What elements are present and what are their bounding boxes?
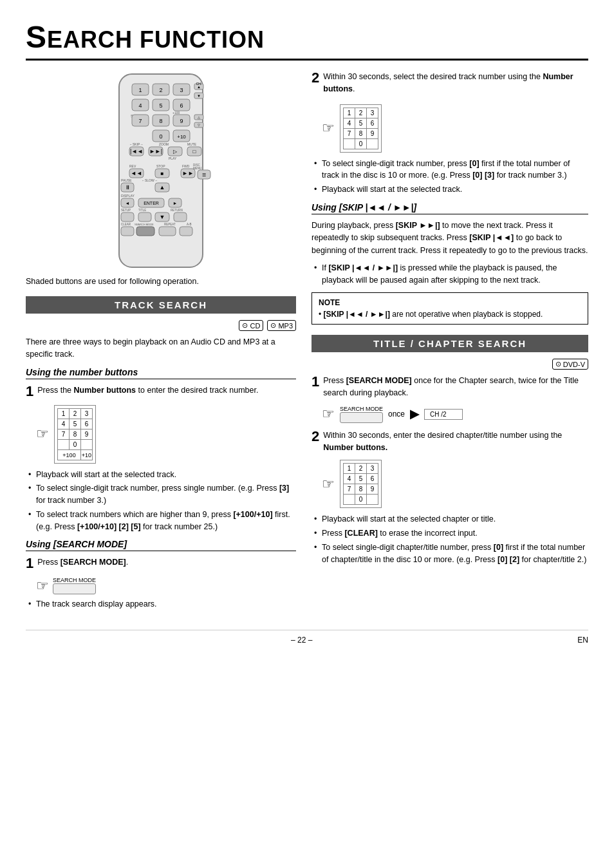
num-8: 8 (70, 429, 81, 439)
svg-rect-87 (159, 227, 176, 236)
n3-9: 9 (367, 484, 378, 495)
bullet-single-digit: To select single-digit track number, pre… (26, 482, 296, 507)
svg-text:CLEAR: CLEAR (121, 223, 131, 226)
n3-8: 8 (355, 484, 367, 495)
using-skip-heading: Using [SKIP |◄◄ / ►►|] (312, 202, 588, 214)
svg-text:▼: ▼ (160, 214, 165, 220)
dvd-icon-row: ⊙ DVD-V (312, 359, 588, 370)
num-9: 9 (81, 429, 93, 439)
bullet-higher: To select track numbers which are higher… (26, 509, 296, 533)
numpad2: 1 2 3 4 5 6 7 8 9 (340, 104, 382, 153)
hand-icon: ☞ (36, 426, 49, 442)
svg-text:SEARCH MODE: SEARCH MODE (135, 223, 154, 226)
numpad3: 1 2 3 4 5 6 7 8 9 (340, 460, 382, 508)
step2-number-buttons: 2 Within 30 seconds, select the desired … (312, 71, 588, 95)
step2-text: Within 30 seconds, select the desired tr… (323, 71, 588, 95)
svg-text:1: 1 (138, 87, 142, 93)
svg-text:PLAY: PLAY (169, 156, 177, 160)
hand-icon-3: ☞ (322, 120, 335, 137)
remote-illustration: 1 2 3 ▲ CH. 4 5 6 ▼ SLEEP (26, 71, 296, 270)
step1-text: Press the Number buttons to enter the de… (37, 384, 296, 397)
bullet-playback-start: Playback will start at the selected trac… (312, 184, 588, 196)
dvd-label: DVD-V (563, 361, 585, 368)
svg-text:MENU: MENU (193, 167, 201, 170)
svg-text:4: 4 (138, 102, 142, 109)
footer-page: – 22 – (291, 636, 312, 645)
svg-text:9: 9 (180, 118, 183, 124)
n3-7: 7 (344, 484, 355, 495)
svg-text:3: 3 (180, 87, 183, 93)
step1-number-buttons: 1 Press the Number buttons to enter the … (26, 384, 296, 399)
n2-7: 7 (344, 128, 355, 138)
svg-text:TITLE: TITLE (138, 209, 146, 212)
left-column: 1 2 3 ▲ CH. 4 5 6 ▼ SLEEP (26, 71, 296, 617)
title-chapter-header: TITLE / CHAPTER SEARCH (312, 335, 588, 352)
svg-text:☰: ☰ (202, 173, 206, 177)
mp3-disc-symbol: ⊙ (270, 321, 276, 330)
svg-text:5: 5 (159, 102, 162, 109)
step1-search-text2: . (126, 558, 128, 567)
using-number-buttons-heading: Using the number buttons (26, 367, 296, 379)
n2-5: 5 (355, 118, 367, 128)
bullets-title-chapter: Playback will start at the selected chap… (312, 513, 588, 565)
once-diagram: ☞ SEARCH MODE once ▶ CH /2 (322, 406, 588, 423)
num-3: 3 (81, 408, 93, 419)
n3-3: 3 (367, 464, 378, 474)
num-7: 7 (58, 429, 70, 439)
using-search-mode-heading: Using [SEARCH MODE] (26, 539, 296, 551)
note-title: NOTE (319, 298, 581, 307)
track-intro: There are three ways to begin playback o… (26, 336, 296, 361)
step2-title-chapter: 2 Within 30 seconds, enter the desired c… (312, 429, 588, 454)
note-box: NOTE • [SKIP |◄◄ / ►►|] are not operativ… (312, 292, 588, 325)
svg-text:⏸: ⏸ (125, 184, 131, 191)
svg-text:+100: +100 (172, 111, 180, 115)
svg-text:7: 7 (138, 118, 142, 124)
n2-6: 6 (367, 118, 378, 128)
bullets-number-buttons: Playback will start at the selected trac… (26, 469, 296, 533)
numpad3-container: ☞ 1 2 3 4 5 6 7 8 9 (322, 460, 588, 508)
n2-8: 8 (355, 128, 367, 138)
step1-search-num: 1 (26, 556, 33, 571)
step2-tc-bold: Number buttons. (323, 443, 387, 452)
svg-text:MUTE: MUTE (187, 142, 197, 146)
numpad2-container: ☞ 1 2 3 4 5 6 7 8 9 (322, 104, 588, 153)
cd-icon: ⊙ CD (239, 320, 263, 331)
svg-text:A-B: A-B (187, 223, 192, 226)
n2-1: 1 (344, 108, 355, 118)
svg-text:←SLOW→: ←SLOW→ (142, 178, 158, 182)
svg-text:DISPLAY: DISPLAY (121, 194, 135, 198)
svg-rect-88 (180, 227, 192, 236)
svg-text:△: △ (198, 115, 200, 119)
hand-icon-2: ☞ (36, 578, 49, 594)
bullet-clear: Press [CLEAR] to erase the incorrect inp… (312, 527, 588, 540)
bullet-zero-first: To select single-digit track number, pre… (312, 158, 588, 182)
n2-2: 2 (355, 108, 367, 118)
ch-display: CH /2 (424, 409, 463, 420)
bullets-skip: If [SKIP |◄◄ / ►►|] is pressed while the… (312, 262, 588, 287)
numpad1: 1 2 3 4 5 6 7 8 9 (54, 405, 96, 464)
svg-text:▲: ▲ (160, 184, 165, 191)
step1-search-text: Press [SEARCH MODE]. (37, 556, 296, 569)
step1-tc-num: 1 (312, 375, 319, 389)
n2-3: 3 (367, 108, 378, 118)
svg-text:ENTER: ENTER (144, 201, 159, 205)
search-mode-label: SEARCH MODE (53, 577, 96, 583)
svg-text:|◄◄: |◄◄ (130, 148, 143, 155)
disc-icons-row: ⊙ CD ⊙ MP3 (26, 320, 296, 331)
svg-text:◄◄: ◄◄ (131, 170, 142, 176)
search-mode-button-group: SEARCH MODE (53, 577, 96, 594)
svg-text:PAUSE: PAUSE (121, 178, 132, 182)
n2-0: 0 (355, 138, 367, 149)
dvd-disc-symbol: ⊙ (555, 360, 561, 368)
bullets-step2-right: To select single-digit track number, pre… (312, 158, 588, 196)
arrow-right-icon: ▶ (410, 407, 419, 421)
num-4: 4 (58, 419, 70, 429)
n3-4: 4 (344, 474, 355, 484)
n2-blank1 (344, 138, 355, 149)
remote-svg: 1 2 3 ▲ CH. 4 5 6 ▼ SLEEP (100, 71, 222, 270)
n3-5: 5 (355, 474, 367, 484)
numpad1-container: ☞ 1 2 3 4 5 6 7 8 9 (36, 405, 296, 464)
svg-text:SETUP: SETUP (121, 209, 131, 212)
svg-rect-85 (121, 227, 134, 236)
step2-num: 2 (312, 71, 319, 85)
